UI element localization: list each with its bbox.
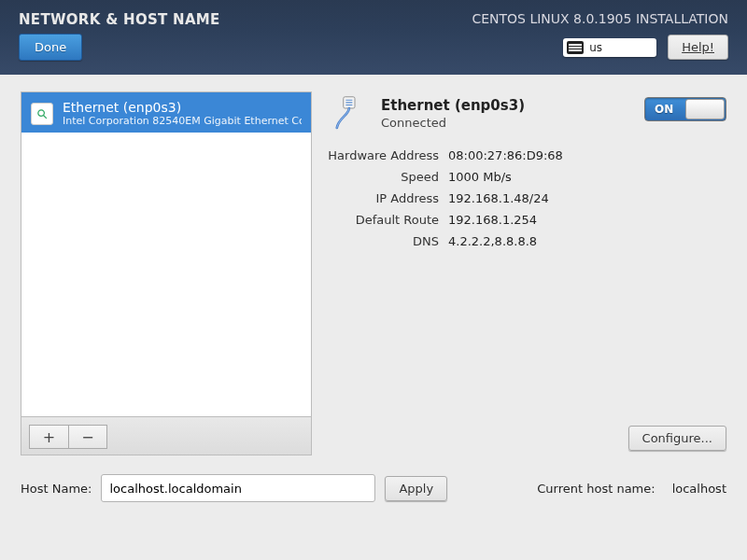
keyboard-layout-label: us [589, 41, 602, 54]
hostname-row: Host Name: Apply Current host name: loca… [21, 474, 726, 502]
configure-button[interactable]: Configure... [628, 426, 726, 451]
property-value: 1000 Mb/s [448, 170, 512, 184]
interface-list[interactable]: ⚲ Ethernet (enp0s3) Intel Corporation 82… [21, 91, 312, 416]
connection-toggle[interactable]: ON [644, 97, 726, 121]
keyboard-icon [567, 41, 584, 54]
detail-header: Ethernet (enp0s3) Connected ON [325, 91, 726, 141]
left-column: ⚲ Ethernet (enp0s3) Intel Corporation 82… [21, 91, 312, 455]
interface-name: Ethernet (enp0s3) [63, 100, 302, 115]
property-label: IP Address [325, 191, 439, 205]
toggle-label: ON [655, 103, 673, 116]
content-area: ⚲ Ethernet (enp0s3) Intel Corporation 82… [0, 75, 747, 472]
current-hostname-label: Current host name: [537, 482, 655, 496]
ethernet-large-icon [329, 95, 368, 138]
right-column: Ethernet (enp0s3) Connected ON Hardware … [325, 91, 726, 455]
property-label: DNS [325, 234, 439, 248]
property-value: 4.2.2.2,8.8.8.8 [448, 234, 537, 248]
property-value: 08:00:27:86:D9:68 [448, 148, 563, 162]
installer-title: CENTOS LINUX 8.0.1905 INSTALLATION [472, 11, 728, 28]
property-label: Speed [325, 170, 439, 184]
property-value: 192.168.1.254 [448, 213, 537, 227]
help-button[interactable]: Help! [668, 35, 728, 60]
add-interface-button[interactable]: + [29, 425, 68, 449]
header-bar: NETWORK & HOST NAME CENTOS LINUX 8.0.190… [0, 0, 747, 75]
interface-properties: Hardware Address 08:00:27:86:D9:68 Speed… [325, 148, 726, 248]
remove-interface-button[interactable]: − [68, 425, 107, 449]
keyboard-layout-selector[interactable]: us [563, 38, 656, 57]
interface-list-controls: + − [21, 416, 312, 455]
property-row: Hardware Address 08:00:27:86:D9:68 [325, 148, 726, 162]
page-title: NETWORK & HOST NAME [19, 11, 220, 28]
interface-item[interactable]: ⚲ Ethernet (enp0s3) Intel Corporation 82… [21, 92, 311, 133]
interface-description: Intel Corporation 82540EM Gigabit Ethern… [63, 115, 302, 127]
property-label: Hardware Address [325, 148, 439, 162]
done-button[interactable]: Done [19, 34, 82, 61]
hostname-label: Host Name: [21, 482, 92, 496]
property-value: 192.168.1.48/24 [448, 191, 549, 205]
toggle-knob [685, 99, 725, 119]
property-row: DNS 4.2.2.2,8.8.8.8 [325, 234, 726, 248]
property-row: IP Address 192.168.1.48/24 [325, 191, 726, 205]
apply-hostname-button[interactable]: Apply [385, 476, 447, 501]
property-row: Default Route 192.168.1.254 [325, 213, 726, 227]
current-hostname-value: localhost [672, 482, 726, 496]
hostname-input[interactable] [101, 474, 375, 502]
property-row: Speed 1000 Mb/s [325, 170, 726, 184]
property-label: Default Route [325, 213, 439, 227]
ethernet-icon: ⚲ [31, 103, 53, 125]
